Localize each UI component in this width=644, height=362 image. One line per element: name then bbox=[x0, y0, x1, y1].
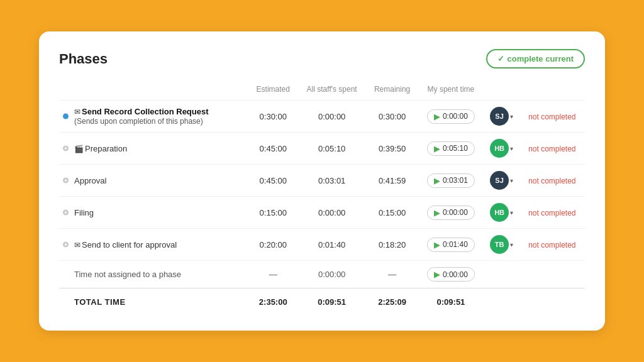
timeline-dot bbox=[63, 242, 69, 248]
total-status bbox=[519, 288, 585, 314]
email-icon: ✉ bbox=[74, 241, 80, 250]
unassigned-row: Time not assigned to a phase — 0:00:00 —… bbox=[59, 261, 585, 288]
timeline-dot bbox=[63, 210, 69, 216]
time-pill[interactable]: ▶ 0:05:10 bbox=[427, 141, 475, 156]
my-spent-cell: ▶ 0:00:00 bbox=[418, 197, 484, 229]
unassigned-label: Time not assigned to a phase bbox=[59, 261, 249, 288]
play-icon: ▶ bbox=[434, 208, 440, 217]
phase-name: Approval bbox=[74, 176, 106, 185]
estimated-cell: 0:20:00 bbox=[249, 229, 297, 261]
all-staff-spent-cell: 0:03:01 bbox=[297, 165, 367, 197]
status-badge: not completed bbox=[528, 241, 575, 250]
avatar[interactable]: HB bbox=[490, 139, 509, 158]
phase-name: Filing bbox=[74, 208, 94, 217]
my-spent-cell: ▶ 0:01:40 bbox=[418, 229, 484, 261]
dropdown-arrow-icon[interactable]: ▾ bbox=[510, 241, 513, 248]
dropdown-arrow-icon[interactable]: ▾ bbox=[510, 145, 513, 152]
time-pill[interactable]: ▶ 0:00:00 bbox=[427, 109, 475, 124]
phase-task-cell: ✉Send Record Collection Request(Sends up… bbox=[59, 101, 249, 133]
status-badge: not completed bbox=[528, 112, 575, 121]
avatar[interactable]: TB bbox=[490, 235, 509, 254]
phases-table: Estimated All staff's spent Remaining My… bbox=[59, 81, 585, 313]
total-estimated: 2:35:00 bbox=[249, 288, 297, 314]
timeline-dot bbox=[63, 146, 69, 151]
col-remaining: Remaining bbox=[367, 81, 418, 101]
time-pill[interactable]: ▶ 0:00:00 bbox=[427, 267, 475, 282]
status-badge: not completed bbox=[528, 209, 575, 217]
play-icon: ▶ bbox=[434, 144, 440, 153]
total-label: TOTAL TIME bbox=[59, 288, 249, 314]
all-staff-spent-cell: 0:01:40 bbox=[297, 229, 367, 261]
my-spent-cell: ▶ 0:05:10 bbox=[418, 133, 484, 165]
all-staff-spent-cell: 0:05:10 bbox=[297, 133, 367, 165]
table-row: 🎬Preparation 0:45:00 0:05:10 0:39:50 ▶ 0… bbox=[59, 133, 585, 165]
total-remaining: 2:25:09 bbox=[367, 288, 418, 314]
col-all-staff: All staff's spent bbox=[297, 81, 367, 101]
total-assignee bbox=[484, 288, 519, 314]
remaining-cell: 0:18:20 bbox=[367, 229, 418, 261]
my-spent-cell: ▶ 0:03:01 bbox=[418, 165, 484, 197]
play-icon: ▶ bbox=[434, 176, 440, 185]
unassigned-estimated: — bbox=[249, 261, 297, 288]
dropdown-arrow-icon[interactable]: ▾ bbox=[510, 177, 513, 184]
estimated-cell: 0:15:00 bbox=[249, 197, 297, 229]
col-estimated: Estimated bbox=[249, 81, 297, 101]
phase-sub: (Sends upon completion of this phase) bbox=[74, 117, 203, 126]
table-row: Filing 0:15:00 0:00:00 0:15:00 ▶ 0:00:00… bbox=[59, 197, 585, 229]
dropdown-arrow-icon[interactable]: ▾ bbox=[510, 113, 513, 120]
phase-task-cell: Filing bbox=[59, 197, 249, 229]
phase-name: Preparation bbox=[85, 144, 127, 153]
page-title: Phases bbox=[59, 51, 108, 67]
assignee-cell: TB ▾ bbox=[484, 229, 519, 261]
timeline-dot bbox=[63, 178, 69, 184]
phase-task-cell: Approval bbox=[59, 165, 249, 197]
status-badge: not completed bbox=[528, 145, 575, 153]
checkmark-icon: ✓ bbox=[497, 54, 504, 63]
estimated-cell: 0:45:00 bbox=[249, 133, 297, 165]
phase-name: Send to client for approval bbox=[82, 240, 177, 250]
unassigned-assignee bbox=[484, 261, 519, 288]
avatar[interactable]: SJ bbox=[490, 171, 509, 190]
assignee-cell: HB ▾ bbox=[484, 197, 519, 229]
remaining-cell: 0:41:59 bbox=[367, 165, 418, 197]
table-row: Approval 0:45:00 0:03:01 0:41:59 ▶ 0:03:… bbox=[59, 165, 585, 197]
play-icon: ▶ bbox=[434, 270, 440, 279]
play-icon: ▶ bbox=[434, 240, 440, 250]
col-my-spent: My spent time bbox=[418, 81, 484, 101]
timeline-dot bbox=[63, 114, 69, 119]
col-status bbox=[519, 81, 585, 101]
complete-current-button[interactable]: ✓ complete current bbox=[486, 49, 585, 69]
estimated-cell: 0:30:00 bbox=[249, 101, 297, 133]
time-pill[interactable]: ▶ 0:03:01 bbox=[427, 173, 475, 188]
status-cell: not completed bbox=[519, 165, 585, 197]
col-assignee bbox=[484, 81, 519, 101]
all-staff-spent-cell: 0:00:00 bbox=[297, 197, 367, 229]
assignee-cell: SJ ▾ bbox=[484, 101, 519, 133]
total-all-staff: 0:09:51 bbox=[297, 288, 367, 314]
status-cell: not completed bbox=[519, 133, 585, 165]
time-pill[interactable]: ▶ 0:01:40 bbox=[427, 238, 475, 252]
table-row: ✉Send to client for approval 0:20:00 0:0… bbox=[59, 229, 585, 261]
assignee-cell: HB ▾ bbox=[484, 133, 519, 165]
time-pill[interactable]: ▶ 0:00:00 bbox=[427, 206, 475, 220]
dropdown-arrow-icon[interactable]: ▾ bbox=[510, 209, 513, 216]
total-my-spent: 0:09:51 bbox=[418, 288, 484, 314]
status-cell: not completed bbox=[519, 229, 585, 261]
video-icon: 🎬 bbox=[74, 145, 84, 153]
estimated-cell: 0:45:00 bbox=[249, 165, 297, 197]
remaining-cell: 0:30:00 bbox=[367, 101, 418, 133]
all-staff-spent-cell: 0:00:00 bbox=[297, 101, 367, 133]
total-row: TOTAL TIME 2:35:00 0:09:51 2:25:09 0:09:… bbox=[59, 288, 585, 314]
card-header: Phases ✓ complete current bbox=[59, 49, 585, 69]
avatar[interactable]: SJ bbox=[490, 107, 509, 126]
remaining-cell: 0:39:50 bbox=[367, 133, 418, 165]
avatar[interactable]: HB bbox=[490, 203, 509, 222]
unassigned-status bbox=[519, 261, 585, 288]
email-icon: ✉ bbox=[74, 107, 80, 116]
assignee-cell: SJ ▾ bbox=[484, 165, 519, 197]
phase-task-cell: 🎬Preparation bbox=[59, 133, 249, 165]
phase-task-cell: ✉Send to client for approval bbox=[59, 229, 249, 261]
table-row: ✉Send Record Collection Request(Sends up… bbox=[59, 101, 585, 133]
unassigned-my-spent: ▶ 0:00:00 bbox=[418, 261, 484, 288]
status-cell: not completed bbox=[519, 101, 585, 133]
